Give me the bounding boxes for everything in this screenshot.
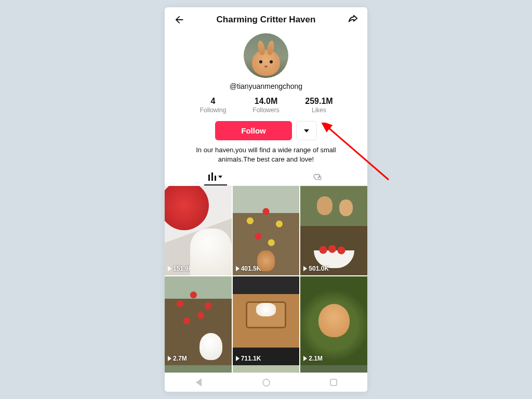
- play-icon: [236, 356, 240, 361]
- heart-lock-icon: [312, 171, 322, 182]
- username-handle: @tianyuanmengchong: [165, 82, 367, 90]
- phone-frame: Charming Critter Haven @tianyuanmengchon…: [165, 7, 367, 392]
- stat-likes[interactable]: 259.1M Likes: [300, 97, 338, 114]
- video-grid-partial-row: [165, 365, 367, 373]
- avatar-container: [165, 30, 367, 78]
- stat-following[interactable]: 4 Following: [194, 97, 232, 114]
- svg-rect-0: [318, 177, 321, 180]
- share-button[interactable]: [345, 12, 360, 27]
- stat-followers[interactable]: 14.0M Followers: [247, 97, 285, 114]
- video-thumbnail[interactable]: [300, 365, 367, 373]
- chevron-down-icon: [218, 176, 222, 178]
- tab-videos[interactable]: [165, 168, 266, 185]
- video-thumbnail[interactable]: [233, 365, 300, 373]
- video-thumbnail[interactable]: 711.1K: [233, 276, 300, 366]
- back-button[interactable]: [172, 12, 187, 27]
- video-views: 2.7M: [168, 355, 187, 362]
- video-thumbnail[interactable]: 151.9K: [165, 186, 232, 275]
- following-count: 4: [194, 97, 232, 106]
- feed-icon: [208, 172, 216, 181]
- follow-button[interactable]: Follow: [215, 121, 292, 140]
- android-nav-bar: [165, 373, 367, 392]
- top-bar: Charming Critter Haven: [165, 7, 367, 30]
- followers-count: 14.0M: [247, 97, 285, 106]
- back-arrow-icon: [174, 14, 185, 25]
- triangle-back-icon: [196, 378, 202, 387]
- nav-recent-button[interactable]: [329, 378, 338, 387]
- profile-tabs: [165, 168, 367, 186]
- suggested-dropdown-button[interactable]: [296, 121, 317, 140]
- followers-label: Followers: [247, 107, 285, 114]
- video-views: 401.5K: [236, 265, 261, 272]
- tab-liked[interactable]: [266, 168, 367, 185]
- play-icon: [236, 266, 240, 271]
- profile-bio: In our haven,you will find a wide range …: [165, 140, 367, 168]
- video-views: 151.9K: [168, 265, 193, 272]
- video-views: 711.1K: [236, 355, 261, 362]
- square-recent-icon: [330, 379, 337, 386]
- video-thumbnail[interactable]: 2.1M: [300, 276, 367, 366]
- play-icon: [303, 266, 307, 271]
- avatar-image: [252, 50, 280, 76]
- play-icon: [168, 266, 171, 271]
- video-thumbnail[interactable]: 401.5K: [233, 186, 300, 275]
- play-icon: [168, 356, 171, 361]
- following-label: Following: [194, 107, 232, 114]
- page-title: Charming Critter Haven: [217, 15, 316, 25]
- avatar[interactable]: [244, 33, 288, 78]
- stats-row: 4 Following 14.0M Followers 259.1M Likes: [165, 97, 367, 114]
- likes-label: Likes: [300, 107, 338, 114]
- circle-home-icon: [262, 379, 270, 387]
- nav-home-button[interactable]: [261, 378, 271, 387]
- video-thumbnail[interactable]: 2.7M: [165, 276, 232, 366]
- follow-row: Follow: [165, 121, 367, 140]
- nav-back-button[interactable]: [194, 378, 203, 387]
- play-icon: [303, 356, 307, 361]
- video-thumbnail[interactable]: 501.0K: [300, 186, 367, 275]
- video-views: 501.0K: [303, 265, 329, 272]
- video-thumbnail[interactable]: [165, 365, 232, 373]
- likes-count: 259.1M: [300, 97, 338, 106]
- video-grid: 151.9K 401.5K 501.0K 2.7M 711.1K 2.1M: [165, 186, 367, 365]
- share-icon: [347, 14, 358, 25]
- video-views: 2.1M: [303, 355, 323, 362]
- chevron-down-icon: [304, 129, 309, 132]
